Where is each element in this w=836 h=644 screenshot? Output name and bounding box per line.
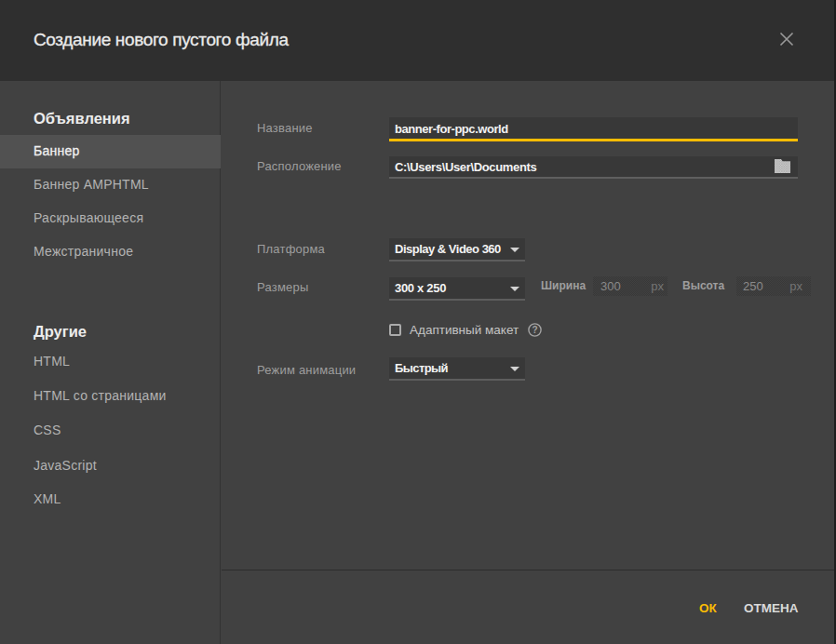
svg-text:?: ? — [533, 325, 538, 335]
